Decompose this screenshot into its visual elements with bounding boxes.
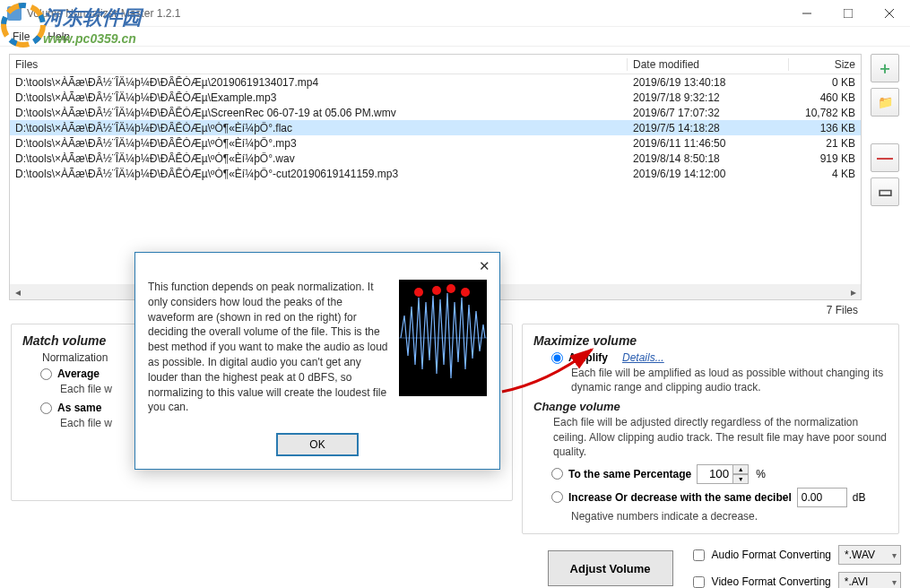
dialog-text: This function depends on peak normalizat…	[148, 280, 390, 415]
add-file-button[interactable]: ＋	[871, 54, 899, 82]
close-icon: ✕	[479, 258, 490, 274]
to-percentage-label: To the same Percentage	[568, 468, 691, 480]
cell-path: D:\tools\×ÀÃæ\ÐÂ½¨ÎÄ¼þ¼Ð\ÐÂÊÓÆµ\ºÓ¶«Èí¼þ…	[10, 168, 628, 180]
cell-date: 2019/6/7 17:07:32	[628, 107, 789, 119]
decibel-suffix: dB	[853, 491, 866, 504]
cell-path: D:\tools\×ÀÃæ\ÐÂ½¨ÎÄ¼þ¼Ð\ÐÂÊÓÆµ\ºÓ¶«Èí¼þ…	[10, 152, 628, 165]
decibel-radio[interactable]	[551, 491, 563, 503]
minimize-button[interactable]	[786, 0, 828, 27]
cell-path: D:\tools\×ÀÃæ\ÐÂ½¨ÎÄ¼þ¼Ð\ÐÂÊÓÆµ\Example.…	[10, 91, 628, 104]
details-dialog: ✕ This function depends on peak normaliz…	[134, 252, 500, 470]
cell-size: 21 KB	[789, 137, 861, 150]
svg-point-8	[414, 288, 423, 297]
cell-size: 4 KB	[789, 168, 861, 180]
waveform-preview	[399, 280, 487, 396]
scroll-left-icon[interactable]: ◂	[10, 284, 25, 299]
cell-size: 919 KB	[789, 152, 861, 165]
to-percentage-radio[interactable]	[551, 468, 563, 480]
col-size[interactable]: Size	[789, 58, 861, 71]
minus-icon: —	[877, 149, 893, 168]
video-format-combo[interactable]: *.AVI	[838, 572, 901, 588]
as-same-radio[interactable]	[40, 402, 52, 414]
cell-size: 136 KB	[789, 122, 861, 134]
spin-up-icon[interactable]: ▲	[732, 464, 749, 474]
file-list-header: Files Date modified Size	[10, 55, 861, 74]
cell-path: D:\tools\×ÀÃæ\ÐÂ½¨ÎÄ¼þ¼Ð\ÐÂÊÓÆµ\ScreenRe…	[10, 107, 628, 119]
col-files[interactable]: Files	[10, 58, 628, 71]
cell-size: 0 KB	[789, 76, 861, 89]
table-row[interactable]: D:\tools\×ÀÃæ\ÐÂ½¨ÎÄ¼þ¼Ð\ÐÂÊÓÆµ\Example.…	[10, 90, 861, 105]
details-link[interactable]: Details...	[622, 351, 664, 364]
change-volume-title: Change volume	[533, 400, 888, 413]
svg-point-9	[432, 286, 441, 295]
video-convert-checkbox[interactable]	[693, 576, 705, 588]
table-row[interactable]: D:\tools\×ÀÃæ\ÐÂ½¨ÎÄ¼þ¼Ð\ÐÂÊÓÆµ\ºÓ¶«Èí¼þ…	[10, 135, 861, 151]
svg-rect-3	[844, 9, 853, 18]
col-date[interactable]: Date modified	[628, 58, 789, 71]
cell-path: D:\tools\×ÀÃæ\ÐÂ½¨ÎÄ¼þ¼Ð\ÐÂÊÓÆµ\ºÓ¶«Èí¼þ…	[10, 137, 628, 150]
amplify-desc: Each file will be amplified as loud as p…	[571, 366, 888, 394]
cell-date: 2019/6/19 13:40:18	[628, 76, 789, 89]
table-row[interactable]: D:\tools\×ÀÃæ\ÐÂ½¨ÎÄ¼þ¼Ð\ÐÂÊÓÆµ\ºÓ¶«Èí¼þ…	[10, 120, 861, 135]
spin-down-icon[interactable]: ▼	[732, 474, 749, 484]
average-label: Average	[57, 368, 100, 380]
table-row[interactable]: D:\tools\×ÀÃæ\ÐÂ½¨ÎÄ¼þ¼Ð\ÐÂÊÓÆµ\ºÓ¶«Èí¼þ…	[10, 151, 861, 166]
video-convert-label: Video Format Converting	[712, 575, 831, 588]
cell-path: D:\tools\×ÀÃæ\ÐÂ½¨ÎÄ¼þ¼Ð\ÐÂÊÓÆµ\20190619…	[10, 76, 628, 89]
dialog-ok-button[interactable]: OK	[276, 433, 359, 456]
plus-icon: ＋	[877, 57, 893, 79]
maximize-button[interactable]	[828, 0, 869, 27]
percentage-spinner[interactable]: ▲▼	[697, 464, 750, 484]
maximize-volume-group: Maximize volume Amplify Details... Each …	[522, 324, 899, 534]
dialog-close-button[interactable]: ✕	[471, 255, 498, 278]
app-icon	[7, 6, 22, 21]
folder-plus-icon: 📁	[878, 95, 893, 109]
audio-convert-checkbox[interactable]	[693, 549, 705, 561]
audio-format-combo[interactable]: *.WAV	[838, 545, 901, 565]
svg-point-11	[461, 288, 470, 297]
percentage-suffix: %	[756, 468, 766, 480]
table-row[interactable]: D:\tools\×ÀÃæ\ÐÂ½¨ÎÄ¼þ¼Ð\ÐÂÊÓÆµ\20190619…	[10, 74, 861, 90]
decibel-label: Increase Or decrease with the same decib…	[568, 491, 792, 504]
amplify-label: Amplify	[568, 351, 608, 364]
decibel-note: Negative numbers indicate a decrease.	[571, 509, 888, 523]
table-row[interactable]: D:\tools\×ÀÃæ\ÐÂ½¨ÎÄ¼þ¼Ð\ÐÂÊÓÆµ\ScreenRe…	[10, 105, 861, 120]
cell-date: 2019/8/14 8:50:18	[628, 152, 789, 165]
decibel-input[interactable]	[797, 488, 847, 507]
audio-convert-label: Audio Format Converting	[712, 549, 831, 561]
menu-file[interactable]: File	[5, 29, 37, 45]
cell-path: D:\tools\×ÀÃæ\ÐÂ½¨ÎÄ¼þ¼Ð\ÐÂÊÓÆµ\ºÓ¶«Èí¼þ…	[10, 122, 628, 134]
average-radio[interactable]	[40, 368, 52, 380]
remove-file-button[interactable]: —	[871, 143, 899, 172]
clear-list-button[interactable]: ▭	[871, 177, 899, 206]
cell-date: 2019/7/5 14:18:28	[628, 122, 789, 134]
amplify-radio[interactable]	[551, 352, 563, 364]
adjust-volume-button[interactable]: Adjust Volume	[548, 550, 673, 586]
maximize-volume-title: Maximize volume	[533, 333, 888, 348]
menu-bar: File Help	[0, 27, 910, 47]
svg-point-10	[446, 284, 455, 293]
menu-help[interactable]: Help	[40, 29, 77, 45]
clear-icon: ▭	[878, 182, 893, 202]
cell-date: 2019/6/11 11:46:50	[628, 137, 789, 150]
percentage-input[interactable]	[697, 464, 732, 484]
as-same-label: As same	[57, 402, 101, 414]
cell-date: 2019/7/18 9:32:12	[628, 91, 789, 104]
close-button[interactable]	[869, 0, 910, 27]
title-bar: Volume Normalizer Master 1.2.1	[0, 0, 910, 27]
add-folder-button[interactable]: 📁	[871, 88, 899, 117]
table-row[interactable]: D:\tools\×ÀÃæ\ÐÂ½¨ÎÄ¼þ¼Ð\ÐÂÊÓÆµ\ºÓ¶«Èí¼þ…	[10, 166, 861, 181]
scroll-right-icon[interactable]: ▸	[845, 284, 861, 299]
cell-size: 10,782 KB	[789, 107, 861, 119]
cell-size: 460 KB	[789, 91, 861, 104]
cell-date: 2019/6/19 14:12:00	[628, 168, 789, 180]
change-volume-desc: Each file will be adjusted directly rega…	[553, 415, 888, 459]
window-title: Volume Normalizer Master 1.2.1	[27, 7, 786, 20]
